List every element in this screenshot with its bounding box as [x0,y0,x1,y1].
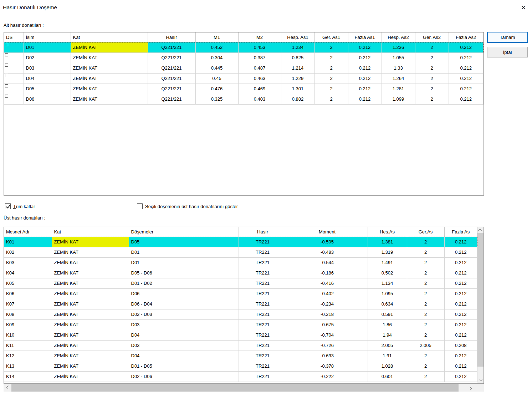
kat-cell: ZEMİN KAT [71,84,148,94]
column-header-ds[interactable]: DS [4,32,24,42]
row-checkbox[interactable] [5,53,8,56]
ust-table-row[interactable]: K12ZEMİN KATD04TR221-0.6931.9120.212 [4,351,477,361]
scroll-left-icon[interactable] [4,384,11,392]
cell: 0.45 [195,73,238,84]
ust-table-row[interactable]: K01ZEMİN KATD05TR221-0.5051.38120.212 [4,237,477,247]
cell: 2 [407,247,444,257]
cell: 0.212 [444,361,477,371]
cell: 0.502 [368,268,407,278]
column-header-hasır[interactable]: Hasır [239,227,287,237]
column-header-m1[interactable]: M1 [195,32,238,42]
cell: 2 [407,257,444,268]
alt-table-row[interactable]: D03ZEMİN KATQ221/2210.4450.4871.21420.21… [4,63,484,73]
ust-table[interactable]: Mesnet AdıKatDöşemelerHasırMomentHes.AsG… [4,227,484,384]
column-header-kat[interactable]: Kat [52,227,129,237]
cell: TR221 [239,257,287,268]
all-floors-label[interactable]: Tüm katlar [13,204,35,209]
row-checkbox[interactable] [5,95,8,98]
ust-table-row[interactable]: K05ZEMİN KATD01 - D02TR221-0.4161.13420.… [4,278,477,288]
column-header-ger-as2[interactable]: Ger. As2 [415,32,449,42]
column-header-mesnet-adı[interactable]: Mesnet Adı [4,227,52,237]
column-header-fazla-as1[interactable]: Fazla As1 [348,32,382,42]
cell: 2 [415,94,449,104]
cell: 0.212 [444,278,477,288]
cell: 0.591 [368,309,407,319]
column-header-fazla-as[interactable]: Fazla As [444,227,477,237]
row-checkbox[interactable] [5,74,8,77]
cell: 2.005 [407,340,444,351]
cell: D06 [24,94,71,104]
show-top-mesh-label[interactable]: Seçili döşemenin üst hasır donatılarını … [145,204,238,209]
ust-table-row[interactable]: K11ZEMİN KATD03TR221-0.7262.0052.0050.20… [4,340,477,351]
ust-table-row[interactable]: K04ZEMİN KATD05 - D06TR221-0.1860.50220.… [4,268,477,278]
ust-table-row[interactable]: K07ZEMİN KATD06 - D04TR221-0.2340.63420.… [4,299,477,309]
column-header-hesp-as1[interactable]: Hesp. As1 [281,32,314,42]
column-header-hes-as[interactable]: Hes.As [368,227,407,237]
cell: 2 [407,319,444,330]
cell: D01 [129,257,239,268]
cell: 1.099 [382,94,415,104]
ok-button[interactable]: Tamam [487,32,528,43]
ust-table-row[interactable]: K02ZEMİN KATD01TR221-0.4831.31920.212 [4,247,477,257]
row-checkbox[interactable] [5,84,8,87]
cell: 0.212 [444,247,477,257]
close-icon[interactable]: ✕ [517,2,530,13]
horizontal-scrollbar-thumb[interactable] [11,384,459,392]
column-header-moment[interactable]: Moment [287,227,368,237]
cell: 0.208 [444,340,477,351]
kat-cell: ZEMİN KAT [71,42,148,52]
scroll-up-icon[interactable] [477,227,484,233]
ust-table-row[interactable]: K06ZEMİN KATD06TR221-0.4021.09520.212 [4,288,477,299]
dialog-title: Hasır Donatılı Döşeme [3,4,57,10]
cell: -0.186 [287,268,368,278]
cell: 0.212 [444,299,477,309]
ust-table-row[interactable]: K08ZEMİN KATD02 - D03TR221-0.2180.59120.… [4,309,477,319]
kat-cell: ZEMİN KAT [52,237,129,247]
show-top-mesh-checkbox[interactable] [137,203,143,209]
ust-section-label: Üst hasır donatıları : [4,215,45,221]
cell: D04 [129,351,239,361]
kat-cell: ZEMİN KAT [52,371,129,382]
row-checkbox[interactable] [5,64,8,67]
alt-table-row[interactable]: D06ZEMİN KATQ221/2210.3250.4030.88220.21… [4,94,484,104]
kat-cell: ZEMİN KAT [52,247,129,257]
horizontal-scrollbar[interactable] [4,384,474,392]
cell: 2 [415,73,449,84]
scroll-down-icon[interactable] [477,377,484,383]
alt-table[interactable]: DSİsimKatHasırM1M2Hesp. As1Ger. As1Fazla… [4,32,484,196]
cancel-button[interactable]: İptal [487,47,528,57]
kat-cell: ZEMİN KAT [71,94,148,104]
column-header-fazla-as2[interactable]: Fazla As2 [449,32,484,42]
ust-table-row[interactable]: K13ZEMİN KATD01 - D05TR221-0.3781.02820.… [4,361,477,371]
column-header-ger-as1[interactable]: Ger. As1 [314,32,348,42]
alt-table-row[interactable]: D05ZEMİN KATQ221/2210.4760.4691.30120.21… [4,84,484,94]
cell: K09 [4,319,52,330]
cell: K13 [4,361,52,371]
vertical-scrollbar[interactable] [477,227,484,383]
column-header-döşemeler[interactable]: Döşemeler [129,227,239,237]
column-header-kat[interactable]: Kat [71,32,148,42]
cell: D03 [24,63,71,73]
column-header-i-sim[interactable]: İsim [24,32,71,42]
cell: D02 - D06 [129,371,239,382]
scroll-right-icon[interactable] [466,384,474,392]
cell: TR221 [239,268,287,278]
cell: D02 - D03 [129,309,239,319]
cell: -0.218 [287,309,368,319]
column-header-hasır[interactable]: Hasır [148,32,195,42]
alt-table-row[interactable]: D01ZEMİN KATQ221/2210.4520.4531.23420.21… [4,42,484,52]
vertical-scrollbar-thumb[interactable] [477,233,484,367]
row-checkbox[interactable] [5,43,8,46]
column-header-hesp-as2[interactable]: Hesp. As2 [382,32,415,42]
column-header-ger-as[interactable]: Ger.As [407,227,444,237]
all-floors-checkbox[interactable] [5,203,11,209]
ust-table-row[interactable]: K03ZEMİN KATD01TR221-0.5441.49120.212 [4,257,477,268]
alt-table-row[interactable]: D04ZEMİN KATQ221/2210.450.4631.22920.212… [4,73,484,84]
cell: -0.675 [287,319,368,330]
column-header-m2[interactable]: M2 [238,32,281,42]
ust-table-row[interactable]: K09ZEMİN KATD03TR221-0.6751.8620.212 [4,319,477,330]
cell: -0.704 [287,330,368,340]
ust-table-row[interactable]: K10ZEMİN KATD04TR221-0.7041.9420.212 [4,330,477,340]
alt-table-row[interactable]: D02ZEMİN KATQ221/2210.3040.3870.82520.21… [4,52,484,63]
ust-table-row[interactable]: K14ZEMİN KATD02 - D06TR221-0.2220.60120.… [4,371,477,382]
